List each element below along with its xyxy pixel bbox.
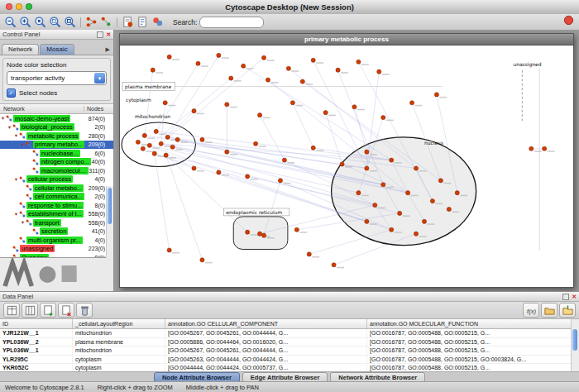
graph-node[interactable]: [529, 146, 534, 151]
tree-item-nucleobase[interactable]: nucleobase...6(0): [0, 149, 113, 158]
graph-node[interactable]: [167, 55, 171, 59]
graph-node[interactable]: [154, 129, 158, 133]
graph-edge[interactable]: [166, 155, 203, 261]
graph-node[interactable]: [414, 232, 418, 236]
graph-node[interactable]: [336, 68, 340, 72]
graph-node[interactable]: [159, 141, 163, 146]
graph-node[interactable]: [294, 227, 299, 232]
graph-node[interactable]: [200, 258, 204, 262]
graph-node[interactable]: [430, 198, 434, 203]
graph-node[interactable]: [246, 230, 250, 234]
table-row-ypl036w-2[interactable]: YPL036W__2plasma membrane[GO:0005886, GO…: [0, 338, 579, 347]
graph-node[interactable]: [225, 150, 229, 154]
graph-node[interactable]: [434, 93, 438, 97]
graph-node[interactable]: [414, 166, 418, 170]
graph-node[interactable]: [447, 207, 451, 211]
control-panel-tab-mosaic[interactable]: Mosaic: [40, 44, 74, 55]
graph-edge[interactable]: [168, 55, 219, 137]
tree-header-nodes[interactable]: Nodes: [84, 106, 113, 112]
tree-item-establishment-of-l[interactable]: ▼establishment of l...558(0): [0, 210, 113, 219]
graph-edge[interactable]: [155, 154, 170, 251]
error-console-icon[interactable]: [562, 14, 576, 27]
tree-scrollbar-thumb[interactable]: [108, 188, 112, 224]
column-header-annotation-go-molecular-function[interactable]: annotation.GO MOLECULAR_FUNCTION: [367, 319, 579, 328]
tree-item-multi-organism-pr[interactable]: multi-organism pr...4(0): [0, 236, 113, 245]
birdseye-view[interactable]: [0, 257, 113, 291]
table-scrollbar-thumb[interactable]: [572, 329, 577, 351]
graph-node[interactable]: [246, 174, 250, 179]
graph-node[interactable]: [278, 179, 282, 183]
graph-node[interactable]: [242, 64, 246, 68]
graph-edge[interactable]: [354, 107, 366, 151]
graph-node[interactable]: [151, 68, 155, 72]
close-window-button[interactable]: [6, 3, 12, 10]
graph-node[interactable]: [175, 137, 179, 141]
graph-edge[interactable]: [156, 64, 199, 131]
trash-icon[interactable]: [76, 303, 93, 318]
graph-node[interactable]: [165, 135, 170, 139]
graph-edge[interactable]: [293, 103, 313, 147]
graph-node[interactable]: [147, 143, 151, 147]
table-row-ykr052c[interactable]: YKR052Ccytoplasm[GO:0044444, GO:0044424,…: [0, 364, 579, 371]
close-panel-icon[interactable]: ✕: [572, 294, 577, 299]
graph-node[interactable]: [311, 58, 315, 62]
graph-node[interactable]: [422, 219, 426, 223]
column-header-cellularlayoutregion[interactable]: _cellularLayoutRegion: [73, 319, 165, 328]
graph-node[interactable]: [196, 61, 200, 65]
graph-node[interactable]: [381, 116, 385, 120]
graph-node[interactable]: [398, 211, 402, 215]
tree-item-biological-process[interactable]: ▼biological_process2(0): [0, 123, 113, 132]
tree-item-cellular-metabo[interactable]: cellular metabo...209(0): [0, 184, 113, 193]
unselect-attributes-icon[interactable]: [22, 303, 38, 318]
vizmapper-icon[interactable]: [151, 16, 165, 29]
graph-node[interactable]: [200, 137, 204, 141]
tree-expander-icon[interactable]: ▼: [20, 142, 26, 147]
tree-item-macromolecule[interactable]: macromolecule...311(0): [0, 166, 113, 175]
tree-item-cell-communica[interactable]: cell communica...2(0): [0, 193, 113, 202]
graph-node[interactable]: [164, 153, 168, 157]
graph-node[interactable]: [365, 166, 369, 170]
graph-node[interactable]: [409, 101, 414, 105]
graph-node[interactable]: [356, 191, 361, 195]
tree-item-transport[interactable]: ▼transport558(0): [0, 218, 113, 227]
graph-node[interactable]: [332, 263, 336, 267]
network-window-titlebar[interactable]: primary metabolic process: [120, 34, 573, 45]
tree-expander-icon[interactable]: ▼: [13, 133, 19, 138]
open-folder-icon[interactable]: [559, 303, 576, 318]
import-attributes-icon[interactable]: [541, 303, 557, 318]
zoom-fit-icon[interactable]: [63, 16, 77, 29]
window-titlebar[interactable]: Cytoscape Desktop (New Session): [0, 0, 579, 15]
graph-node[interactable]: [141, 146, 145, 151]
tree-expander-icon[interactable]: ▼: [20, 220, 26, 225]
graph-node[interactable]: [167, 248, 171, 252]
table-row-ylr295c[interactable]: YLR295Ccytoplasm[GO:0045263, GO:0044444,…: [0, 356, 579, 365]
graph-node[interactable]: [365, 219, 369, 223]
tree-expander-icon[interactable]: ▼: [0, 116, 6, 121]
column-header-annotation-go-cellular-component[interactable]: annotation.GO CELLULAR_COMPONENT: [165, 319, 367, 328]
graph-node[interactable]: [455, 191, 459, 195]
graph-node[interactable]: [356, 60, 361, 64]
graph-node[interactable]: [257, 232, 261, 236]
graph-node[interactable]: [217, 53, 221, 57]
close-panel-icon[interactable]: ✕: [106, 31, 111, 37]
zoom-selected-icon[interactable]: [48, 16, 62, 29]
graph-node[interactable]: [340, 162, 344, 166]
tree-item-metabolic-process[interactable]: ▼metabolic process280(0): [0, 131, 113, 141]
formula-builder-icon[interactable]: f(x): [523, 303, 539, 318]
tree-item-secretion[interactable]: secretion41(0): [0, 227, 113, 237]
graph-node[interactable]: [142, 133, 146, 137]
zoom-window-button[interactable]: [26, 3, 32, 10]
graph-node[interactable]: [254, 141, 258, 146]
graph-node[interactable]: [286, 66, 290, 70]
tree-item-cellular-process[interactable]: ▼cellular process4(0): [0, 175, 113, 184]
node-selection-icon[interactable]: [99, 16, 113, 29]
tree-header-network[interactable]: Network: [0, 106, 84, 112]
table-scrollbar[interactable]: [571, 319, 579, 371]
graph-node[interactable]: [352, 105, 356, 109]
tree-item-nitrogen-compo[interactable]: nitrogen compo...40(0): [0, 158, 113, 167]
tree-item-response-to-stimu[interactable]: response to stimu...8(0): [0, 201, 113, 210]
tree-item-mosaic-demo-yeast[interactable]: ▼mosaic-demo-yeast874(0): [0, 114, 113, 123]
graph-node[interactable]: [163, 101, 167, 105]
graph-node[interactable]: [390, 227, 394, 232]
graph-node[interactable]: [365, 150, 369, 154]
